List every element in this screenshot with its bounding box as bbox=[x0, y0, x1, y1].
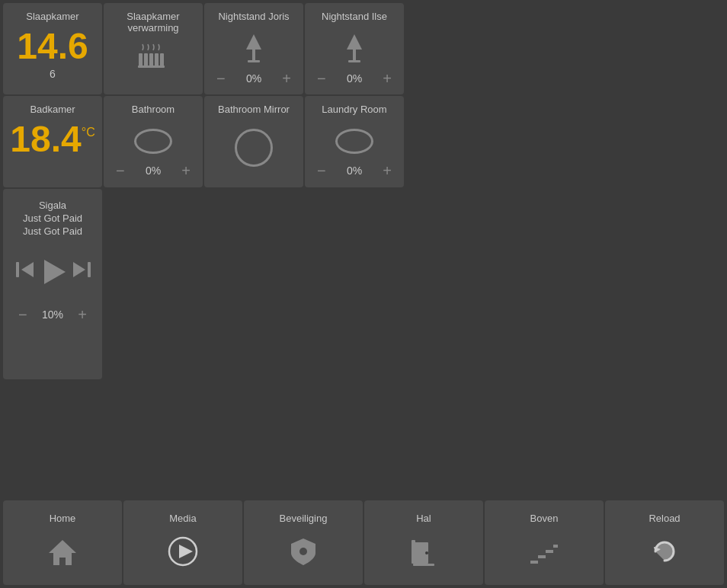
bottom-nav: Home Media Beveiliging bbox=[2, 499, 725, 586]
laundry-plus-btn[interactable]: + bbox=[378, 161, 396, 180]
nav-boven-label: Boven bbox=[530, 513, 559, 524]
bathroom-light-icon bbox=[134, 129, 172, 154]
nav-hal-btn[interactable]: Hal bbox=[364, 500, 483, 585]
bathroom-card: Bathroom − 0% + bbox=[104, 96, 203, 187]
nightstand-ilse-card: Nightstand Ilse − 0% + bbox=[305, 3, 404, 94]
play-button[interactable] bbox=[37, 252, 70, 292]
svg-marker-9 bbox=[347, 34, 362, 50]
media-artist: Sigala bbox=[39, 200, 66, 211]
svg-marker-14 bbox=[44, 260, 66, 284]
lamp-ilse-icon bbox=[339, 28, 370, 69]
door-icon bbox=[408, 536, 439, 573]
svg-rect-26 bbox=[538, 555, 546, 558]
joris-plus-btn[interactable]: + bbox=[277, 69, 296, 88]
joris-controls: − 0% + bbox=[212, 69, 296, 88]
bathroom-mirror-light-icon bbox=[235, 129, 273, 167]
laundry-light-icon bbox=[335, 129, 373, 154]
vol-plus-btn[interactable]: + bbox=[73, 305, 91, 324]
nav-home-btn[interactable]: Home bbox=[3, 500, 122, 585]
bathroom-mirror-card: Bathroom Mirror bbox=[204, 96, 303, 187]
laundry-percentage: 0% bbox=[347, 165, 362, 177]
badkamer-unit: °C bbox=[82, 126, 95, 139]
svg-rect-0 bbox=[139, 53, 143, 67]
nav-beveiliging-btn[interactable]: Beveiliging bbox=[244, 500, 363, 585]
ilse-percentage: 0% bbox=[347, 72, 362, 85]
svg-rect-23 bbox=[412, 540, 415, 564]
home-icon bbox=[47, 536, 78, 573]
nav-beveiliging-label: Beveiliging bbox=[280, 513, 328, 524]
laundry-minus-btn[interactable]: − bbox=[312, 161, 331, 180]
ilse-minus-btn[interactable]: − bbox=[312, 69, 331, 88]
lamp-joris-icon bbox=[239, 28, 269, 69]
media-track2: Just Got Paid bbox=[23, 225, 82, 237]
nav-reload-label: Reload bbox=[649, 513, 680, 524]
nightstand-ilse-title: Nightstand Ilse bbox=[322, 11, 387, 22]
stairs-icon bbox=[529, 536, 559, 573]
bathroom-controls: − 0% + bbox=[111, 161, 195, 180]
security-icon bbox=[288, 536, 319, 573]
svg-rect-4 bbox=[160, 53, 164, 67]
joris-percentage: 0% bbox=[246, 72, 261, 85]
bathroom-title: Bathroom bbox=[132, 104, 175, 115]
vol-minus-btn[interactable]: − bbox=[14, 305, 32, 324]
prev-button[interactable] bbox=[14, 258, 37, 286]
reload-icon bbox=[649, 536, 680, 573]
svg-rect-25 bbox=[530, 561, 538, 564]
svg-rect-8 bbox=[248, 60, 260, 62]
svg-marker-6 bbox=[246, 34, 261, 50]
ilse-plus-btn[interactable]: + bbox=[378, 69, 396, 88]
slaapkamer-temp: 14.6 bbox=[17, 28, 88, 65]
nav-media-label: Media bbox=[169, 513, 196, 524]
media-controls bbox=[14, 252, 91, 292]
volume-controls: − 10% + bbox=[14, 305, 91, 324]
slaapkamer-card: Slaapkamer 14.6 6 bbox=[3, 3, 102, 94]
joris-minus-btn[interactable]: − bbox=[212, 69, 230, 88]
nightstand-joris-card: Nightstand Joris − 0% + bbox=[204, 3, 303, 94]
nav-hal-label: Hal bbox=[416, 513, 431, 524]
badkamer-title: Badkamer bbox=[30, 104, 75, 115]
verwarming-title: Slaapkamerverwarming bbox=[127, 11, 179, 34]
svg-marker-17 bbox=[49, 540, 76, 565]
nav-boven-btn[interactable]: Boven bbox=[485, 500, 604, 585]
svg-marker-19 bbox=[179, 545, 193, 558]
svg-rect-21 bbox=[413, 564, 434, 566]
laundry-room-title: Laundry Room bbox=[322, 104, 386, 115]
svg-rect-2 bbox=[149, 53, 153, 67]
nav-home-label: Home bbox=[50, 513, 76, 524]
nav-reload-btn[interactable]: Reload bbox=[605, 500, 724, 585]
nightstand-joris-title: Nightstand Joris bbox=[218, 11, 289, 22]
heater-icon bbox=[136, 40, 171, 78]
svg-rect-10 bbox=[353, 50, 356, 60]
bathroom-minus-btn[interactable]: − bbox=[111, 161, 130, 180]
bathroom-percentage: 0% bbox=[146, 165, 161, 177]
svg-rect-5 bbox=[138, 66, 165, 68]
next-button[interactable] bbox=[70, 258, 93, 286]
verwarming-card: Slaapkamerverwarming bbox=[104, 3, 203, 94]
media-track1: Just Got Paid bbox=[23, 213, 82, 224]
laundry-controls: − 0% + bbox=[312, 161, 396, 180]
svg-marker-13 bbox=[21, 262, 34, 277]
media-card: Sigala Just Got Paid Just Got Paid bbox=[3, 189, 102, 379]
badkamer-temp: 18.4 bbox=[10, 121, 81, 158]
svg-rect-28 bbox=[553, 545, 558, 548]
slaapkamer-sub: 6 bbox=[50, 68, 56, 80]
bathroom-plus-btn[interactable]: + bbox=[177, 161, 195, 180]
svg-point-20 bbox=[299, 548, 307, 555]
laundry-room-card: Laundry Room − 0% + bbox=[305, 96, 404, 187]
media-play-icon bbox=[168, 536, 198, 573]
bathroom-mirror-title: Bathroom Mirror bbox=[218, 104, 290, 115]
svg-rect-11 bbox=[348, 60, 360, 62]
nav-media-btn[interactable]: Media bbox=[123, 500, 242, 585]
badkamer-card: Badkamer 18.4 °C bbox=[3, 96, 102, 187]
svg-rect-15 bbox=[88, 262, 91, 277]
svg-marker-16 bbox=[73, 262, 85, 277]
svg-rect-7 bbox=[252, 50, 255, 60]
svg-rect-3 bbox=[155, 53, 159, 67]
volume-percentage: 10% bbox=[42, 308, 63, 321]
ilse-controls: − 0% + bbox=[312, 69, 396, 88]
svg-point-24 bbox=[425, 551, 428, 554]
svg-rect-1 bbox=[144, 53, 148, 67]
svg-rect-12 bbox=[16, 262, 19, 277]
svg-rect-27 bbox=[546, 550, 553, 553]
slaapkamer-title: Slaapkamer bbox=[26, 11, 78, 22]
